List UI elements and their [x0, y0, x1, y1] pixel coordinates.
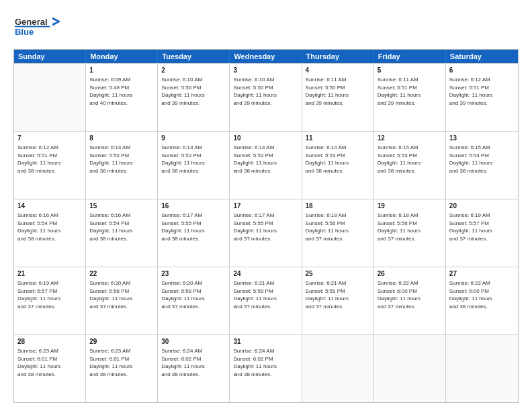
day-number: 26	[378, 269, 442, 279]
calendar-cell: 16Sunrise: 6:17 AM Sunset: 5:55 PM Dayli…	[158, 199, 230, 267]
day-info: Sunrise: 6:24 AM Sunset: 6:02 PM Dayligh…	[233, 347, 298, 378]
calendar-cell: 12Sunrise: 6:15 AM Sunset: 5:53 PM Dayli…	[374, 132, 446, 199]
day-info: Sunrise: 6:13 AM Sunset: 5:52 PM Dayligh…	[161, 144, 226, 175]
day-number: 24	[233, 269, 298, 279]
calendar-cell: 19Sunrise: 6:18 AM Sunset: 5:56 PM Dayli…	[374, 199, 446, 267]
day-number: 20	[449, 201, 515, 211]
day-number: 7	[17, 134, 82, 143]
day-info: Sunrise: 6:23 AM Sunset: 6:01 PM Dayligh…	[17, 347, 82, 378]
logo-svg: General Blue	[13, 12, 64, 42]
logo: General Blue	[13, 12, 64, 42]
day-number: 19	[378, 201, 442, 211]
calendar-cell: 18Sunrise: 6:18 AM Sunset: 5:56 PM Dayli…	[302, 199, 374, 267]
calendar-week-1: 1Sunrise: 6:09 AM Sunset: 5:49 PM Daylig…	[14, 63, 518, 131]
calendar-cell: 3Sunrise: 6:10 AM Sunset: 5:50 PM Daylig…	[230, 64, 302, 131]
calendar-week-5: 28Sunrise: 6:23 AM Sunset: 6:01 PM Dayli…	[14, 334, 518, 402]
day-number: 25	[306, 269, 370, 279]
day-number: 13	[449, 134, 515, 143]
day-number: 3	[233, 66, 298, 75]
day-number: 15	[89, 201, 154, 211]
day-info: Sunrise: 6:14 AM Sunset: 5:53 PM Dayligh…	[306, 144, 370, 175]
day-info: Sunrise: 6:22 AM Sunset: 6:00 PM Dayligh…	[378, 279, 442, 310]
day-info: Sunrise: 6:21 AM Sunset: 5:59 PM Dayligh…	[233, 279, 298, 310]
calendar-cell	[446, 335, 518, 402]
day-info: Sunrise: 6:21 AM Sunset: 5:59 PM Dayligh…	[306, 279, 370, 310]
day-number: 14	[17, 201, 82, 211]
header-day-monday: Monday	[86, 50, 158, 63]
calendar-cell: 22Sunrise: 6:20 AM Sunset: 5:58 PM Dayli…	[86, 267, 158, 334]
calendar-cell: 11Sunrise: 6:14 AM Sunset: 5:53 PM Dayli…	[302, 132, 374, 199]
day-number: 1	[89, 66, 154, 75]
day-info: Sunrise: 6:15 AM Sunset: 5:53 PM Dayligh…	[378, 144, 442, 175]
day-info: Sunrise: 6:17 AM Sunset: 5:55 PM Dayligh…	[161, 212, 226, 242]
header-day-sunday: Sunday	[14, 50, 86, 63]
calendar-cell: 2Sunrise: 6:10 AM Sunset: 5:50 PM Daylig…	[158, 64, 230, 131]
day-number: 23	[161, 269, 226, 279]
day-info: Sunrise: 6:14 AM Sunset: 5:52 PM Dayligh…	[233, 144, 298, 175]
day-info: Sunrise: 6:23 AM Sunset: 6:01 PM Dayligh…	[89, 347, 154, 378]
calendar-week-3: 14Sunrise: 6:16 AM Sunset: 5:54 PM Dayli…	[14, 199, 518, 267]
header-day-tuesday: Tuesday	[158, 50, 230, 63]
day-info: Sunrise: 6:16 AM Sunset: 5:54 PM Dayligh…	[17, 212, 82, 242]
day-number: 17	[233, 201, 298, 211]
day-info: Sunrise: 6:19 AM Sunset: 5:57 PM Dayligh…	[449, 212, 515, 242]
day-number: 5	[378, 66, 442, 75]
calendar-cell: 31Sunrise: 6:24 AM Sunset: 6:02 PM Dayli…	[230, 335, 302, 402]
day-number: 18	[306, 201, 370, 211]
day-info: Sunrise: 6:11 AM Sunset: 5:51 PM Dayligh…	[378, 76, 442, 107]
header: General Blue	[13, 12, 519, 42]
day-number: 12	[378, 134, 442, 143]
calendar-cell: 25Sunrise: 6:21 AM Sunset: 5:59 PM Dayli…	[302, 267, 374, 334]
day-info: Sunrise: 6:17 AM Sunset: 5:55 PM Dayligh…	[233, 212, 298, 242]
day-info: Sunrise: 6:20 AM Sunset: 5:58 PM Dayligh…	[89, 279, 154, 310]
day-info: Sunrise: 6:15 AM Sunset: 5:54 PM Dayligh…	[449, 144, 515, 175]
calendar-cell	[14, 64, 86, 131]
calendar-cell: 7Sunrise: 6:12 AM Sunset: 5:51 PM Daylig…	[14, 132, 86, 199]
day-number: 21	[17, 269, 82, 279]
calendar-cell: 4Sunrise: 6:11 AM Sunset: 5:50 PM Daylig…	[302, 64, 374, 131]
day-number: 10	[233, 134, 298, 143]
day-number: 4	[306, 66, 370, 75]
day-info: Sunrise: 6:10 AM Sunset: 5:50 PM Dayligh…	[161, 76, 226, 107]
day-number: 30	[161, 337, 226, 347]
day-info: Sunrise: 6:18 AM Sunset: 5:56 PM Dayligh…	[306, 212, 370, 242]
calendar-cell: 17Sunrise: 6:17 AM Sunset: 5:55 PM Dayli…	[230, 199, 302, 267]
calendar-cell: 27Sunrise: 6:22 AM Sunset: 6:00 PM Dayli…	[446, 267, 518, 334]
calendar-cell: 8Sunrise: 6:13 AM Sunset: 5:52 PM Daylig…	[86, 132, 158, 199]
day-info: Sunrise: 6:18 AM Sunset: 5:56 PM Dayligh…	[378, 212, 442, 242]
svg-text:Blue: Blue	[15, 27, 34, 37]
day-number: 16	[161, 201, 226, 211]
day-number: 27	[449, 269, 515, 279]
day-info: Sunrise: 6:19 AM Sunset: 5:57 PM Dayligh…	[17, 279, 82, 310]
day-number: 8	[89, 134, 154, 143]
calendar-week-4: 21Sunrise: 6:19 AM Sunset: 5:57 PM Dayli…	[14, 267, 518, 334]
header-day-friday: Friday	[374, 50, 446, 63]
day-number: 28	[17, 337, 82, 347]
calendar-cell: 6Sunrise: 6:12 AM Sunset: 5:51 PM Daylig…	[446, 64, 518, 131]
calendar-body: 1Sunrise: 6:09 AM Sunset: 5:49 PM Daylig…	[14, 63, 518, 402]
calendar-cell: 14Sunrise: 6:16 AM Sunset: 5:54 PM Dayli…	[14, 199, 86, 267]
day-number: 31	[233, 337, 298, 347]
header-day-saturday: Saturday	[446, 50, 518, 63]
calendar-cell: 10Sunrise: 6:14 AM Sunset: 5:52 PM Dayli…	[230, 132, 302, 199]
calendar-cell: 23Sunrise: 6:20 AM Sunset: 5:58 PM Dayli…	[158, 267, 230, 334]
day-info: Sunrise: 6:10 AM Sunset: 5:50 PM Dayligh…	[233, 76, 298, 107]
calendar-cell: 5Sunrise: 6:11 AM Sunset: 5:51 PM Daylig…	[374, 64, 446, 131]
day-info: Sunrise: 6:13 AM Sunset: 5:52 PM Dayligh…	[89, 144, 154, 175]
calendar-cell: 24Sunrise: 6:21 AM Sunset: 5:59 PM Dayli…	[230, 267, 302, 334]
calendar-cell: 30Sunrise: 6:24 AM Sunset: 6:02 PM Dayli…	[158, 335, 230, 402]
day-number: 22	[89, 269, 154, 279]
day-info: Sunrise: 6:11 AM Sunset: 5:50 PM Dayligh…	[306, 76, 370, 107]
header-day-wednesday: Wednesday	[230, 50, 302, 63]
calendar-cell	[302, 335, 374, 402]
day-info: Sunrise: 6:12 AM Sunset: 5:51 PM Dayligh…	[17, 144, 82, 175]
day-number: 11	[306, 134, 370, 143]
day-number: 2	[161, 66, 226, 75]
day-info: Sunrise: 6:16 AM Sunset: 5:54 PM Dayligh…	[89, 212, 154, 242]
calendar-cell: 21Sunrise: 6:19 AM Sunset: 5:57 PM Dayli…	[14, 267, 86, 334]
day-number: 29	[89, 337, 154, 347]
calendar-cell: 1Sunrise: 6:09 AM Sunset: 5:49 PM Daylig…	[86, 64, 158, 131]
day-info: Sunrise: 6:22 AM Sunset: 6:00 PM Dayligh…	[449, 279, 515, 310]
calendar-cell: 28Sunrise: 6:23 AM Sunset: 6:01 PM Dayli…	[14, 335, 86, 402]
calendar-cell: 13Sunrise: 6:15 AM Sunset: 5:54 PM Dayli…	[446, 132, 518, 199]
